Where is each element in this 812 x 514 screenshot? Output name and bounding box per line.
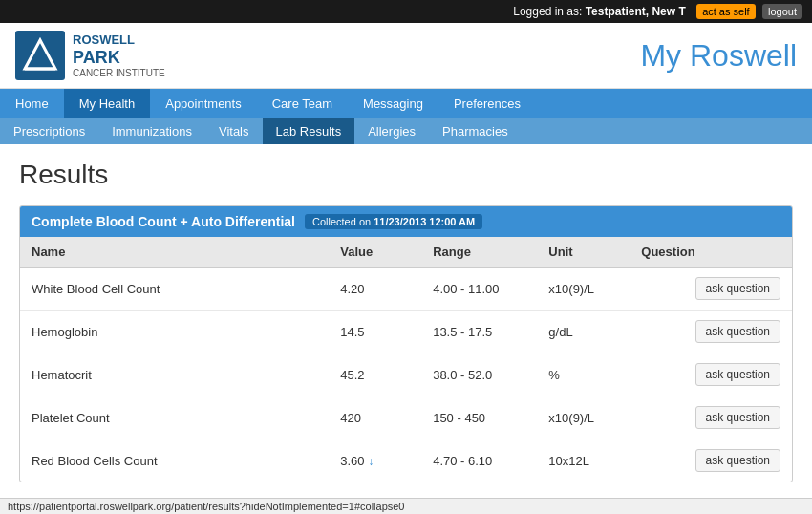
cell-question: ask question	[630, 311, 792, 353]
ask-question-button[interactable]: ask question	[695, 277, 780, 300]
cell-name: Hematocrit	[20, 353, 329, 396]
results-panel: Complete Blood Count + Auto Differential…	[19, 205, 793, 482]
collected-label: Collected on	[312, 216, 371, 227]
cell-question: ask question	[630, 268, 792, 311]
cell-range: 38.0 - 52.0	[421, 353, 537, 396]
subnav-prescriptions[interactable]: Prescriptions	[0, 118, 98, 144]
subnav-immunizations[interactable]: Immunizations	[98, 118, 205, 144]
subnav-vitals[interactable]: Vitals	[205, 118, 263, 144]
cell-range: 150 - 450	[421, 396, 537, 439]
nav-care-team[interactable]: Care Team	[257, 89, 348, 118]
cell-question: ask question	[630, 396, 792, 439]
table-row: Platelet Count420150 - 450x10(9)/Lask qu…	[20, 396, 792, 439]
collected-badge: Collected on 11/23/2013 12:00 AM	[305, 214, 482, 229]
cell-name: Hemoglobin	[20, 311, 329, 353]
cell-unit: g/dL	[537, 311, 630, 353]
cell-unit: 10x12L	[537, 439, 630, 482]
cell-range: 13.5 - 17.5	[421, 311, 537, 353]
cell-unit: x10(9)/L	[537, 396, 630, 439]
logo-text: ROSWELL PARK CANCER INSTITUTE	[73, 32, 165, 78]
panel-header: Complete Blood Count + Auto Differential…	[20, 206, 792, 237]
cell-value: 4.20	[329, 268, 421, 311]
col-header-question: Question	[630, 237, 792, 268]
table-row: Hemoglobin14.513.5 - 17.5g/dLask questio…	[20, 311, 792, 353]
cell-range: 4.00 - 11.00	[421, 268, 537, 311]
cell-value: 3.60 ↓	[329, 439, 421, 482]
col-header-unit: Unit	[537, 237, 630, 268]
results-table: Name Value Range Unit Question White Blo…	[20, 237, 792, 482]
page-title: Results	[19, 160, 793, 190]
act-as-self-button[interactable]: act as self	[696, 4, 756, 19]
nav-appointments[interactable]: Appointments	[150, 89, 257, 118]
cell-unit: %	[537, 353, 630, 396]
subnav-lab-results[interactable]: Lab Results	[263, 118, 355, 144]
col-header-range: Range	[421, 237, 537, 268]
cell-question: ask question	[630, 353, 792, 396]
panel-title: Complete Blood Count + Auto Differential	[32, 214, 295, 229]
logo-sub: CANCER INSTITUTE	[73, 68, 165, 78]
logo-icon	[15, 31, 65, 80]
collected-date: 11/23/2013 12:00 AM	[374, 216, 475, 227]
logout-button[interactable]: logout	[762, 4, 802, 19]
table-row: Red Blood Cells Count3.60 ↓4.70 - 6.1010…	[20, 439, 792, 482]
header: ROSWELL PARK CANCER INSTITUTE My Roswell	[0, 23, 812, 89]
cell-value: 45.2	[329, 353, 421, 396]
col-header-name: Name	[20, 237, 329, 268]
cell-question: ask question	[630, 439, 792, 482]
cell-value: 420	[329, 396, 421, 439]
cell-name: Platelet Count	[20, 396, 329, 439]
main-content: Results Complete Blood Count + Auto Diff…	[0, 144, 812, 498]
cell-unit: x10(9)/L	[537, 268, 630, 311]
logo-line1: ROSWELL	[73, 32, 165, 48]
subnav-allergies[interactable]: Allergies	[354, 118, 429, 144]
cell-value: 14.5	[329, 311, 421, 353]
low-indicator: ↓	[368, 455, 374, 468]
top-bar: Logged in as: Testpatient, New T act as …	[0, 0, 812, 23]
ask-question-button[interactable]: ask question	[695, 363, 780, 386]
nav-my-health[interactable]: My Health	[64, 89, 151, 118]
nav-messaging[interactable]: Messaging	[348, 89, 438, 118]
ask-question-button[interactable]: ask question	[695, 449, 780, 472]
subnav-pharmacies[interactable]: Pharmacies	[429, 118, 522, 144]
logo-line2: PARK	[73, 48, 165, 69]
ask-question-button[interactable]: ask question	[695, 406, 780, 429]
cell-name: Red Blood Cells Count	[20, 439, 329, 482]
nav-preferences[interactable]: Preferences	[438, 89, 536, 118]
cell-range: 4.70 - 6.10	[421, 439, 537, 482]
secondary-nav: Prescriptions Immunizations Vitals Lab R…	[0, 118, 812, 144]
logged-in-label: Logged in as:	[513, 5, 582, 18]
table-row: White Blood Cell Count4.204.00 - 11.00x1…	[20, 268, 792, 311]
nav-home[interactable]: Home	[0, 89, 64, 118]
col-header-value: Value	[329, 237, 421, 268]
primary-nav: Home My Health Appointments Care Team Me…	[0, 89, 812, 118]
logo-area: ROSWELL PARK CANCER INSTITUTE	[15, 31, 165, 80]
table-header-row: Name Value Range Unit Question	[20, 237, 792, 268]
ask-question-button[interactable]: ask question	[695, 320, 780, 343]
cell-name: White Blood Cell Count	[20, 268, 329, 311]
user-name: Testpatient, New T	[586, 5, 686, 18]
table-row: Hematocrit45.238.0 - 52.0%ask question	[20, 353, 792, 396]
my-roswell-title: My Roswell	[640, 38, 797, 74]
